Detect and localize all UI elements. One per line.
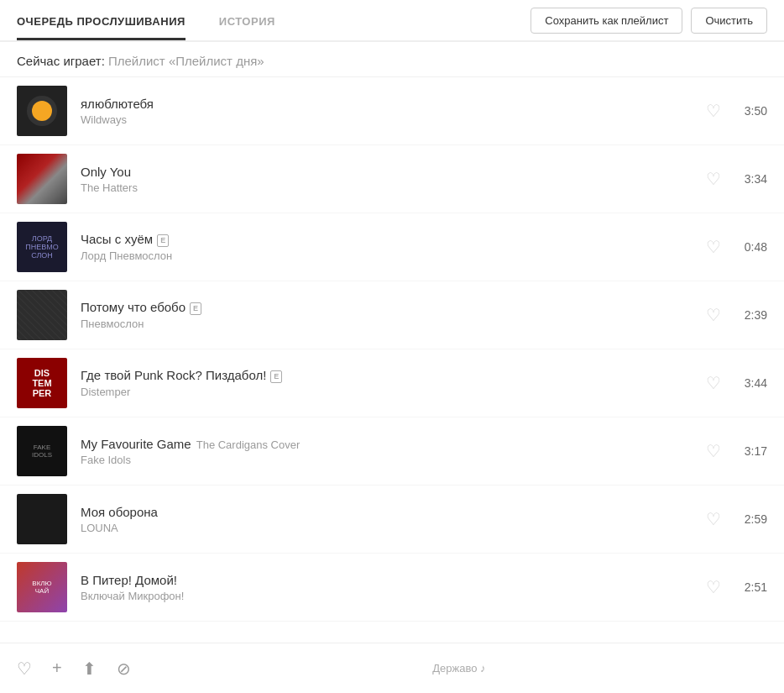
- track-cover: [17, 494, 67, 544]
- tab-bar: ОЧЕРЕДЬ ПРОСЛУШИВАНИЯ ИСТОРИЯ: [17, 0, 275, 40]
- track-cover: DISTEMPER: [17, 358, 67, 408]
- track-cover: ЛОРДПНЕВМОСЛОН: [17, 222, 67, 272]
- track-info: Где твой Punk Rock? Пиздабол!EDistemper: [81, 368, 689, 398]
- explicit-badge: E: [270, 370, 282, 383]
- track-info: Only YouThe Hatters: [81, 165, 689, 194]
- track-duration: 3:17: [738, 444, 767, 458]
- bottom-bar: ♡ + ⬆ ⊘ Державо ♪: [0, 643, 784, 693]
- track-cover: [17, 154, 67, 204]
- ban-icon[interactable]: ⊘: [117, 659, 131, 679]
- track-artist: Пневмослон: [81, 318, 689, 330]
- share-icon[interactable]: ⬆: [82, 659, 97, 679]
- header-buttons: Сохранить как плейлист Очистить: [531, 8, 767, 34]
- track-title: Где твой Punk Rock? Пиздабол!E: [81, 368, 689, 383]
- clear-button[interactable]: Очистить: [691, 8, 767, 34]
- track-like-button[interactable]: ♡: [706, 171, 721, 187]
- track-info: Моя оборонаLOUNA: [81, 505, 689, 534]
- like-icon[interactable]: ♡: [17, 659, 32, 679]
- track-cover: FAKEIDOLS: [17, 426, 67, 476]
- track-actions: ♡2:51: [706, 579, 767, 596]
- track-row[interactable]: Only YouThe Hatters♡3:34: [0, 145, 784, 213]
- track-title: В Питер! Домой!: [81, 573, 689, 587]
- track-duration: 3:50: [738, 104, 767, 118]
- track-actions: ♡0:48: [706, 239, 767, 255]
- track-row[interactable]: Моя оборонаLOUNA♡2:59: [0, 486, 784, 554]
- track-row[interactable]: ялюблютебяWildways♡3:50: [0, 77, 784, 145]
- now-playing-label: Сейчас играет:: [17, 54, 105, 68]
- track-duration: 2:51: [738, 580, 767, 594]
- tab-history[interactable]: ИСТОРИЯ: [219, 15, 275, 40]
- now-playing-bar: Сейчас играет: Плейлист «Плейлист дня»: [0, 42, 784, 77]
- track-row[interactable]: ЛОРДПНЕВМОСЛОНЧасы с хуёмEЛорд Пневмосло…: [0, 213, 784, 281]
- track-artist: Wildways: [81, 113, 689, 126]
- explicit-badge: E: [190, 302, 201, 315]
- track-cover: [17, 86, 67, 136]
- track-row[interactable]: ВКЛЮЧАЙВ Питер! Домой!Включай Микрофон!♡…: [0, 554, 784, 622]
- track-duration: 3:44: [738, 376, 767, 390]
- track-like-button[interactable]: ♡: [706, 102, 721, 119]
- tab-queue[interactable]: ОЧЕРЕДЬ ПРОСЛУШИВАНИЯ: [17, 15, 186, 40]
- add-icon[interactable]: +: [52, 659, 62, 678]
- track-info: В Питер! Домой!Включай Микрофон!: [81, 573, 689, 602]
- track-cover: ВКЛЮЧАЙ: [17, 562, 67, 612]
- track-title: Only You: [81, 165, 689, 179]
- track-info: ялюблютебяWildways: [81, 97, 689, 126]
- track-title: Моя оборона: [81, 505, 689, 519]
- track-info: My Favourite GameThe Cardigans CoverFake…: [81, 437, 689, 466]
- track-artist: The Hatters: [81, 181, 689, 194]
- track-info: Часы с хуёмEЛорд Пневмослон: [81, 232, 689, 262]
- track-actions: ♡2:39: [706, 307, 767, 323]
- track-artist: Distemper: [81, 386, 689, 398]
- track-info: Потому что ебобоEПневмослон: [81, 300, 689, 330]
- track-artist: Включай Микрофон!: [81, 590, 689, 602]
- track-duration: 2:39: [738, 308, 767, 322]
- track-actions: ♡2:59: [706, 511, 767, 528]
- track-list: ялюблютебяWildways♡3:50Only YouThe Hatte…: [0, 77, 784, 622]
- track-like-button[interactable]: ♡: [706, 511, 721, 528]
- track-row[interactable]: Потому что ебобоEПневмослон♡2:39: [0, 281, 784, 349]
- track-row[interactable]: FAKEIDOLSMy Favourite GameThe Cardigans …: [0, 417, 784, 486]
- track-artist: LOUNA: [81, 522, 689, 534]
- track-row[interactable]: DISTEMPERГде твой Punk Rock? Пиздабол!ED…: [0, 349, 784, 417]
- track-like-button[interactable]: ♡: [706, 443, 721, 459]
- header: ОЧЕРЕДЬ ПРОСЛУШИВАНИЯ ИСТОРИЯ Сохранить …: [0, 0, 784, 42]
- track-subtitle: The Cardigans Cover: [196, 438, 301, 451]
- track-actions: ♡3:50: [706, 102, 767, 119]
- save-playlist-button[interactable]: Сохранить как плейлист: [531, 8, 682, 34]
- track-actions: ♡3:44: [706, 375, 767, 391]
- track-actions: ♡3:17: [706, 443, 767, 459]
- now-playing-value: Плейлист «Плейлист дня»: [108, 54, 264, 68]
- track-like-button[interactable]: ♡: [706, 375, 721, 391]
- track-like-button[interactable]: ♡: [706, 579, 721, 596]
- track-title: Часы с хуёмE: [81, 232, 689, 247]
- track-title: My Favourite GameThe Cardigans Cover: [81, 437, 689, 451]
- track-actions: ♡3:34: [706, 171, 767, 187]
- track-cover: [17, 290, 67, 340]
- track-duration: 0:48: [738, 240, 767, 254]
- track-artist: Fake Idols: [81, 454, 689, 466]
- track-title: ялюблютебя: [81, 97, 689, 111]
- track-title: Потому что ебобоE: [81, 300, 689, 315]
- track-artist: Лорд Пневмослон: [81, 249, 689, 262]
- track-like-button[interactable]: ♡: [706, 307, 721, 323]
- now-playing-bottom: Державо ♪: [151, 662, 767, 675]
- track-duration: 3:34: [738, 172, 767, 186]
- explicit-badge: E: [157, 234, 169, 247]
- track-like-button[interactable]: ♡: [706, 239, 721, 255]
- track-duration: 2:59: [738, 512, 767, 526]
